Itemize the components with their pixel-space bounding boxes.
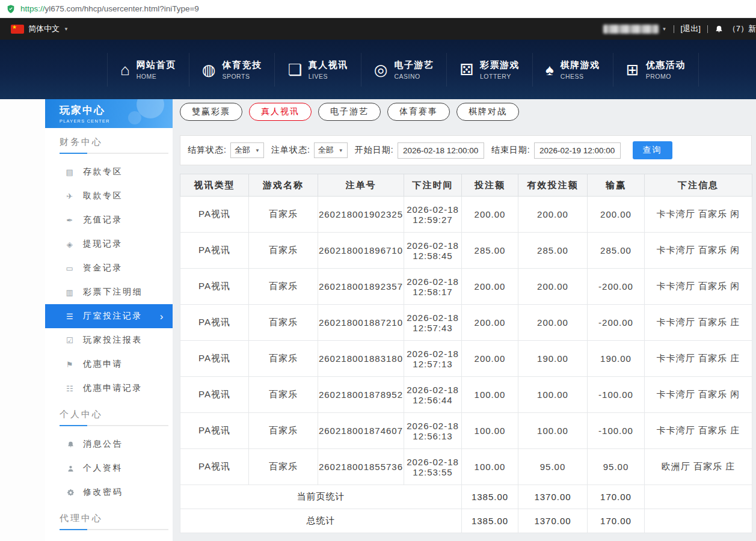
order-status-select[interactable]: 全部 ▼ [314,142,348,158]
lottery-bet-detail-icon: ▥ [66,289,75,296]
cell-bet-info: 欧洲厅 百家乐 庄 [645,449,752,485]
deposit-icon: ▤ [66,168,75,176]
notification-bell-icon[interactable] [715,25,724,34]
table-row: PA视讯百家乐2602180018789522026-02-1812:56:44… [180,377,752,413]
summary-bet-amount: 1385.00 [462,485,518,509]
new-messages-link[interactable]: （7）新消息 [728,23,756,34]
sidebar-item-label: 彩票下注明细 [83,287,143,298]
settlement-status-value: 全部 [235,145,250,156]
start-date-input[interactable] [398,142,484,159]
tab-sports-events[interactable]: 体育赛事 [387,103,450,121]
tab-double-win-lottery[interactable]: 雙赢彩票 [180,103,242,121]
sidebar-item-label: 修改密码 [83,487,123,498]
cards-icon: ❏ [287,62,301,78]
language-selector[interactable]: ★ 简体中文 ▼ [11,23,69,34]
sidebar-item-label: 消息公告 [83,439,123,450]
cell-video-type: PA视讯 [180,197,249,233]
sidebar-item-promo-apply-record[interactable]: ☷优惠申请记录 [45,376,173,400]
sidebar-sections: 财务中心▤存款专区✈取款专区✒充值记录◈提现记录▭资金记录▥彩票下注明细☰厅室投… [45,128,173,541]
nav-item-home[interactable]: ⌂网站首页HOME [107,53,189,87]
cell-bet-time: 2026-02-1812:59:27 [404,197,462,233]
sidebar-item-hall-bet-record[interactable]: ☰厅室投注记录› [45,304,173,328]
cell-bet-info: 卡卡湾厅 百家乐 庄 [645,305,752,341]
cell-bet-info: 卡卡湾厅 百家乐 庄 [645,413,752,449]
cell-order-no: 260218001874607 [318,413,404,449]
main-content: 雙赢彩票真人视讯电子游艺体育赛事棋牌对战 结算状态: 全部 ▼ 注单状态: 全部… [180,99,752,541]
nav-label-zh: 电子游艺 [394,60,434,71]
nav-label-en: PROMO [646,73,686,80]
cell-win-loss: -100.00 [588,377,645,413]
sidebar-item-label: 提现记录 [83,239,123,249]
sidebar-item-gear[interactable]: 修改密码 [45,480,173,504]
top-utility-bar: ★ 简体中文 ▼ ▼ [退出] （7）新消息 [0,18,756,40]
tab-board-games[interactable]: 棋牌对战 [456,103,519,121]
cell-video-type: PA视讯 [180,269,249,305]
dice-icon: ⚄ [459,62,473,78]
sidebar-item-recharge-record[interactable]: ✒充值记录 [45,208,173,232]
cell-valid-bet: 95.00 [518,449,588,485]
section-underline [60,529,168,530]
chevron-right-icon: › [160,311,165,322]
hall-bet-record-icon: ☰ [66,313,75,320]
sidebar-item-deposit[interactable]: ▤存款专区 [45,160,173,184]
cell-order-no: 260218001887210 [318,305,404,341]
sidebar-item-profile[interactable]: 个人资料 [45,456,173,480]
sidebar-item-promo-apply[interactable]: ⚑优惠申请 [45,352,173,376]
nav-item-promo[interactable]: ⊞优惠活动PROMO [613,53,699,87]
cell-bet-time: 2026-02-1812:57:13 [404,341,462,377]
logout-link[interactable]: [退出] [681,23,701,34]
nav-item-sports[interactable]: ◍体育竞技SPORTS [189,53,275,87]
sidebar-item-funds-record[interactable]: ▭资金记录 [45,256,173,280]
cell-game-name: 百家乐 [249,233,318,269]
username-redacted[interactable] [603,25,659,34]
cell-game-name: 百家乐 [249,305,318,341]
cell-win-loss: -200.00 [588,269,645,305]
spade-icon: ♠ [545,62,554,78]
nav-item-casino[interactable]: ◎电子游艺CASINO [361,53,447,87]
sidebar-item-label: 玩家投注报表 [83,335,143,346]
summary-valid-bet: 1370.00 [518,485,588,509]
cell-order-no: 260218001902325 [318,197,404,233]
sidebar-item-lottery-bet-detail[interactable]: ▥彩票下注明细 [45,280,173,304]
nav-item-lottery[interactable]: ⚄彩票游戏LOTTERY [447,53,533,87]
cell-bet-amount: 100.00 [462,449,518,485]
query-button[interactable]: 查询 [633,141,672,159]
sidebar-item-withdrawal-record[interactable]: ◈提现记录 [45,232,173,256]
url-text[interactable]: https://yl675.com/hhcp/usercenter.html?i… [20,4,199,13]
chevron-down-icon: ▼ [339,148,343,153]
settlement-status-select[interactable]: 全部 ▼ [230,142,264,158]
sidebar-item-withdraw[interactable]: ✈取款专区 [45,184,173,208]
cell-game-name: 百家乐 [249,269,318,305]
cell-game-name: 百家乐 [249,377,318,413]
nav-item-chess[interactable]: ♠棋牌游戏CHESS [533,53,613,87]
sidebar-item-player-bet-report[interactable]: ☑玩家投注报表 [45,328,173,352]
basketball-icon: ◍ [202,62,216,78]
summary-row: 当前页统计1385.001370.00170.00 [180,485,752,509]
cell-valid-bet: 100.00 [518,413,588,449]
tab-e-games[interactable]: 电子游艺 [318,103,381,121]
cell-win-loss: 285.00 [588,233,645,269]
table-row: PA视讯百家乐2602180018872102026-02-1812:57:43… [180,305,752,341]
table-row: PA视讯百家乐2602180018557362026-02-1812:53:55… [180,449,752,485]
sidebar-section-title: 个人中心 [45,409,173,425]
cell-bet-info: 卡卡湾厅 百家乐 闲 [645,377,752,413]
cell-bet-time: 2026-02-1812:57:43 [404,305,462,341]
players-center-header: 玩家中心 PLAYERS CENTER [45,99,173,128]
nav-item-lives[interactable]: ❏真人视讯LIVES [275,53,361,87]
sidebar-item-bell[interactable]: 消息公告 [45,432,173,456]
tab-live-video[interactable]: 真人视讯 [249,103,312,121]
sidebar-item-label: 个人资料 [83,463,123,474]
user-menu-caret-icon[interactable]: ▼ [662,26,667,32]
browser-address-bar[interactable]: https://yl675.com/hhcp/usercenter.html?i… [0,0,756,18]
cell-order-no: 260218001855736 [318,449,404,485]
end-date-input[interactable] [534,142,621,159]
section-underline [60,425,168,426]
cell-bet-time: 2026-02-1812:58:45 [404,233,462,269]
url-scheme: https:// [20,4,45,13]
sidebar-item-document[interactable]: ▤代理规则说明 [45,536,173,541]
cell-bet-info: 卡卡湾厅 百家乐 闲 [645,269,752,305]
sidebar-item-label: 资金记录 [83,263,123,274]
language-label: 简体中文 [28,23,60,34]
summary-row: 总统计1385.001370.00170.00 [180,509,752,533]
cell-valid-bet: 190.00 [518,341,588,377]
